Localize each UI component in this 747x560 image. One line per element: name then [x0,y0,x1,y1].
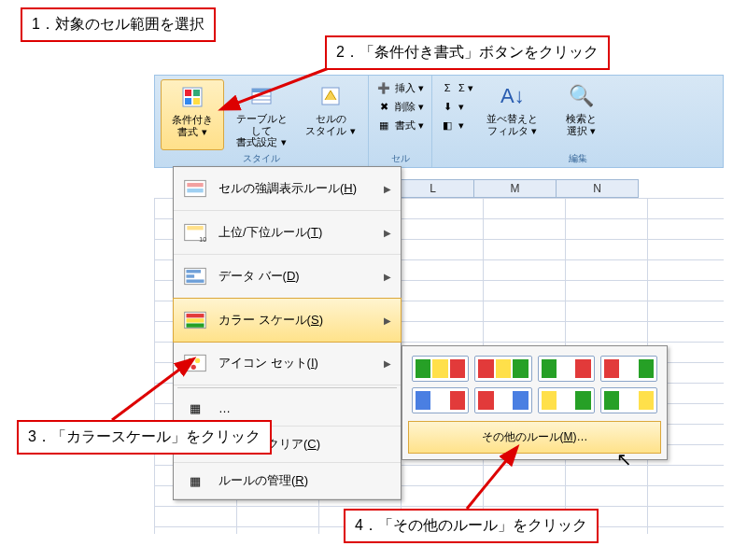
svg-rect-12 [187,189,203,192]
svg-rect-2 [193,90,200,96]
menu-label: アイコン セット(I) [218,355,374,371]
column-header-n[interactable]: N [557,179,639,198]
clear-label: ▾ [458,119,464,132]
format-icon: ▦ [376,118,391,133]
group-label-cells: セル [374,150,426,165]
svg-rect-14 [187,226,203,230]
find-select-label: 検索と 選択 ▾ [566,113,597,136]
svg-rect-3 [185,98,191,105]
callout-1: 1．対象のセル範囲を選択 [21,7,216,42]
colorscale-icon [181,308,209,332]
svg-rect-11 [187,183,203,187]
format-as-table-icon [247,81,276,111]
sort-filter-button[interactable]: A↓ 並べ替えと フィルタ ▾ [481,79,544,150]
menu-item-colorscale[interactable]: カラー スケール(S)▶ [173,298,402,343]
sort-filter-icon: A↓ [498,81,528,111]
insert-button[interactable]: ➕ 挿入 ▾ [374,79,426,96]
menu-label: カラー スケール(S) [218,312,374,329]
svg-rect-19 [186,279,204,282]
color-scale-gallery [408,352,661,421]
delete-label: 削除 ▾ [395,100,424,114]
svg-text:10: 10 [199,236,206,243]
svg-point-26 [195,358,200,363]
menu-label: ルールの管理(R) [218,472,393,489]
color-scale-swatch[interactable] [538,356,595,382]
topbottom-icon: 10 [181,220,209,245]
color-scale-swatch[interactable] [600,356,657,382]
eraser-icon: ◧ [440,118,455,133]
menu-item-highlight[interactable]: セルの強調表示ルール(H)▶ [174,167,401,211]
menu-item-topbottom[interactable]: 10上位/下位ルール(T)▶ [174,211,401,255]
color-scale-swatch[interactable] [412,387,469,413]
chevron-right-icon: ▶ [384,358,391,369]
column-header-l[interactable]: L [392,179,474,198]
menu-item-iconset[interactable]: アイコン セット(I)▶ [174,342,401,385]
svg-rect-21 [186,314,204,317]
format-button[interactable]: ▦ 書式 ▾ [374,117,426,133]
conditional-formatting-icon [177,82,207,112]
svg-rect-4 [193,98,200,105]
highlight-icon [181,176,209,201]
chevron-right-icon: ▶ [384,272,391,282]
svg-point-25 [188,358,192,363]
color-scale-submenu: その他のルール(M)… [402,345,668,460]
svg-rect-6 [252,89,271,92]
column-header-m[interactable]: M [474,179,557,198]
svg-point-27 [191,365,196,370]
column-headers: L M N [392,179,639,198]
cell-styles-button[interactable]: セルの スタイル ▾ [299,79,362,150]
color-scale-swatch[interactable] [474,387,531,413]
clear-button[interactable]: ◧ ▾ [438,117,475,133]
fill-icon: ⬇ [440,99,455,114]
ribbon-group-cells: ➕ 挿入 ▾ ✖ 削除 ▾ ▦ 書式 ▾ セル [369,76,432,167]
sigma-icon: Σ [440,80,455,95]
find-select-button[interactable]: 🔍 検索と 選択 ▾ [550,79,613,150]
group-label-styles: スタイル [161,150,362,165]
callout-4: 4．「その他のルール」をクリック [344,509,599,543]
menu-label: セルの強調表示ルール(H) [218,180,374,197]
insert-icon: ➕ [376,80,391,95]
menu-item-secondary[interactable]: ▦ルールの管理(R) [174,463,401,499]
menu-separator [177,387,397,388]
menu-item-databar[interactable]: データ バー(D)▶ [174,255,401,299]
ribbon-group-editing: Σ Σ ▾ ⬇ ▾ ◧ ▾ A↓ 並べ替えと フィルタ ▾ 🔍 検索と 選択 ▾ [432,76,723,167]
menu-label-hidden: … [218,401,393,415]
menu-label: 上位/下位ルール(T) [218,224,374,241]
color-scale-swatch[interactable] [412,356,469,382]
rule-icon: ▦ [181,469,209,493]
chevron-right-icon: ▶ [384,228,391,238]
cell-styles-label: セルの スタイル ▾ [305,113,355,136]
more-rules-label: その他のルール(M)… [482,430,588,443]
iconset-icon [181,351,209,375]
color-scale-swatch[interactable] [600,387,657,413]
format-label: 書式 ▾ [395,119,424,133]
fill-button[interactable]: ⬇ ▾ [438,98,475,115]
fill-label: ▾ [458,101,464,113]
callout-3: 3．「カラースケール」をクリック [17,420,272,455]
svg-rect-1 [185,90,191,96]
sort-filter-label: 並べ替えと フィルタ ▾ [486,113,538,136]
insert-label: 挿入 ▾ [395,81,424,95]
ribbon: 条件付き 書式 ▾ テーブルとして 書式設定 ▾ セルの スタイル ▾ スタイル… [154,75,724,168]
menu-label: データ バー(D) [218,268,374,285]
conditional-formatting-button[interactable]: 条件付き 書式 ▾ [161,79,224,150]
color-scale-swatch[interactable] [474,356,531,382]
cell-styles-icon [316,81,345,111]
format-as-table-label: テーブルとして 書式設定 ▾ [232,113,291,148]
conditional-formatting-label: 条件付き 書式 ▾ [172,114,213,137]
svg-rect-17 [186,270,201,273]
chevron-right-icon: ▶ [384,315,391,326]
autosum-button[interactable]: Σ Σ ▾ [438,79,475,96]
autosum-label: Σ ▾ [458,82,473,94]
chevron-right-icon: ▶ [384,184,391,194]
databar-icon [181,264,209,288]
format-as-table-button[interactable]: テーブルとして 書式設定 ▾ [230,79,293,150]
rule-icon: ▦ [181,396,209,420]
color-scale-swatch[interactable] [538,387,595,413]
binoculars-icon: 🔍 [567,81,597,111]
svg-rect-22 [186,318,204,322]
svg-rect-23 [186,323,204,327]
delete-button[interactable]: ✖ 削除 ▾ [374,98,426,115]
delete-icon: ✖ [376,99,391,114]
mouse-cursor-icon: ↖ [616,448,632,470]
